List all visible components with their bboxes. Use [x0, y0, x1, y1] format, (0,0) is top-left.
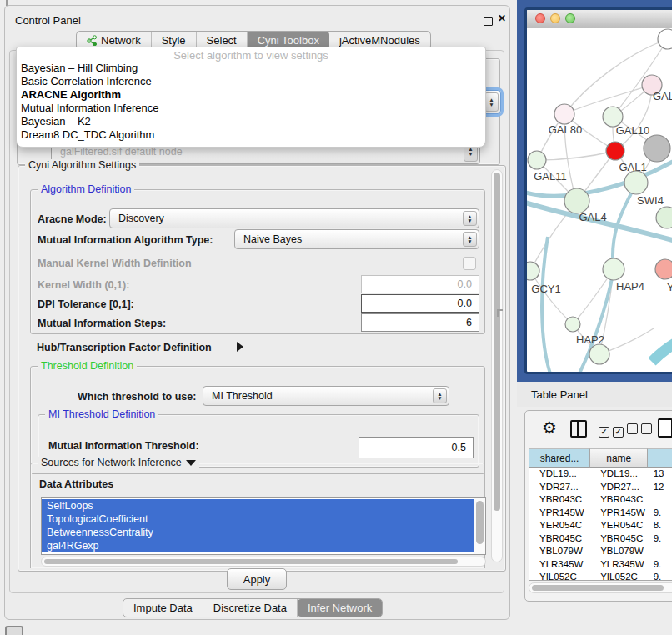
network-node[interactable] [624, 171, 648, 194]
combo-arrows-icon[interactable]: ▲▼ [433, 388, 447, 403]
mi-type-label: Mutual Information Algorithm Type: [38, 234, 213, 246]
table-row[interactable]: YER054CYER054C8. [529, 519, 672, 532]
hide-columns-icon[interactable] [627, 422, 655, 438]
table-cell: YDR27... [529, 481, 590, 494]
dropdown-item[interactable]: Dream8 DC_TDC Algorithm [17, 128, 485, 142]
network-node[interactable] [565, 317, 580, 332]
kernel-width-field[interactable]: 0.0 [361, 275, 479, 293]
network-node-label: GCY1 [531, 282, 560, 295]
node-table: shared...name YDL19...YDL19...13YDR27...… [529, 448, 672, 581]
network-node[interactable] [527, 262, 539, 280]
show-columns-icon[interactable]: ✓✓ [599, 422, 627, 438]
table-row[interactable]: YIL052CYIL052C9. [529, 571, 672, 581]
table-row[interactable]: YDR27...YDR27...12 [529, 481, 672, 494]
apply-button[interactable]: Apply [227, 568, 287, 590]
tab-infer-network[interactable]: Infer Network [298, 599, 382, 617]
network-node[interactable] [554, 104, 574, 124]
dropdown-item[interactable]: ARACNE Algorithm [17, 88, 485, 102]
dropdown-item[interactable]: Bayesian – Hill Climbing [17, 62, 485, 75]
table-cell: 9. [649, 532, 672, 546]
network-node[interactable] [528, 151, 546, 169]
mi-steps-field[interactable]: 6 [361, 313, 479, 332]
network-node[interactable] [606, 142, 624, 160]
control-panel-window: Control Panel ✕ Network Style Select [4, 5, 510, 620]
mi-threshold-label: Mutual Information Threshold: [48, 440, 199, 452]
table-column-header[interactable]: name [590, 448, 648, 468]
mi-steps-label: Mutual Information Steps: [38, 318, 166, 329]
gear-icon[interactable]: ⚙ [542, 418, 557, 438]
table-row[interactable]: YBL079WYBL079W [529, 545, 672, 558]
split-columns-icon[interactable] [570, 420, 587, 438]
tab-impute-data[interactable]: Impute Data [123, 599, 203, 617]
dropdown-placeholder: Select algorithm to view settings [17, 49, 485, 62]
attribute-list-item[interactable]: gal4RGexp [42, 539, 474, 552]
table-cell: 8. [649, 519, 672, 532]
network-window-titlebar[interactable] [527, 10, 672, 28]
close-traffic-light-icon[interactable] [535, 13, 545, 23]
network-node[interactable] [589, 344, 609, 364]
dropdown-item[interactable]: Basic Correlation Inference [17, 75, 485, 88]
table-row[interactable]: YPR145WYPR145W9. [529, 507, 672, 520]
table-column-header[interactable] [648, 448, 672, 468]
tab-impute-data-label: Impute Data [133, 602, 193, 614]
scrollbar-thumb[interactable] [532, 585, 664, 591]
dpi-tolerance-label: DPI Tolerance [0,1]: [38, 298, 134, 310]
combo-arrows-icon[interactable]: ▲▼ [463, 232, 477, 247]
minimized-panel-icon[interactable] [5, 626, 23, 635]
table-row[interactable]: YBR045CYBR045C9. [529, 532, 672, 546]
scrollbar-thumb[interactable] [476, 501, 484, 544]
mi-threshold-field[interactable]: 0.5 [359, 437, 474, 458]
zoom-traffic-light-icon[interactable] [565, 13, 575, 23]
network-node-label: SWI4 [637, 194, 664, 207]
network-node[interactable] [644, 135, 670, 162]
network-node[interactable] [655, 259, 672, 279]
table-cell: YDL19... [529, 468, 590, 481]
manual-kernel-checkbox[interactable] [463, 257, 476, 270]
attribute-list-item[interactable]: TopologicalCoefficient [42, 512, 474, 526]
attribute-list-item[interactable]: SelfLoops [42, 499, 474, 512]
table-cell: YLR345W [590, 558, 649, 572]
hub-definition-label[interactable]: Hub/Transcription Factor Definition [37, 342, 212, 353]
which-threshold-combo[interactable]: MI Threshold ▲▼ [203, 386, 449, 406]
tab-network-label: Network [101, 34, 141, 47]
combo-arrows-icon[interactable]: ▲▼ [463, 211, 477, 226]
table-cell: 9. [649, 558, 672, 572]
dpi-tolerance-field[interactable]: 0.0 [361, 294, 479, 312]
dropdown-item[interactable]: Bayesian – K2 [17, 115, 485, 128]
kernel-width-label: Kernel Width (0,1): [38, 279, 129, 291]
close-icon[interactable]: ✕ [498, 12, 506, 24]
network-node[interactable] [656, 207, 672, 228]
settings-vertical-scrollbar[interactable] [491, 169, 503, 562]
dropdown-item[interactable]: Mutual Information Inference [17, 102, 485, 115]
scrollbar-thumb[interactable] [494, 172, 500, 511]
mi-type-combo[interactable]: Naive Bayes ▲▼ [234, 229, 479, 249]
export-table-icon[interactable] [658, 418, 672, 438]
aracne-mode-combo[interactable]: Discovery ▲▼ [109, 208, 479, 228]
table-horizontal-scrollbar[interactable] [529, 582, 672, 593]
splitter-handle[interactable] [497, 309, 503, 317]
scrollbar-thumb[interactable] [44, 559, 458, 564]
float-window-icon[interactable] [484, 17, 493, 26]
sources-group-title-wrap[interactable]: Sources for Network Inference [38, 457, 199, 468]
attribute-list-item[interactable]: BetweennessCentrality [42, 526, 474, 539]
network-node[interactable] [603, 258, 624, 280]
table-row[interactable]: YDL19...YDL19...13 [529, 468, 672, 481]
attributes-horizontal-scrollbar[interactable] [41, 557, 486, 567]
table-row[interactable]: YBR043CYBR043C [529, 493, 672, 507]
algorithm-definition-title: Algorithm Definition [38, 183, 134, 195]
collapsed-arrow-icon[interactable] [237, 342, 243, 352]
network-node[interactable] [658, 29, 672, 49]
minimize-traffic-light-icon[interactable] [550, 13, 560, 23]
control-panel-title: Control Panel [15, 14, 81, 27]
tab-discretize-data[interactable]: Discretize Data [203, 599, 298, 617]
apply-button-label: Apply [243, 573, 271, 586]
algorithm-definition-group: Algorithm Definition Aracne Mode: Discov… [30, 189, 485, 334]
combo-arrows-icon[interactable]: ▲▼ [484, 92, 499, 112]
table-column-header[interactable]: shared... [529, 448, 590, 468]
attributes-vertical-scrollbar[interactable] [474, 498, 485, 554]
table-row[interactable]: YLR345WYLR345W9. [529, 558, 672, 572]
network-node[interactable] [564, 188, 589, 213]
network-graph[interactable]: GALGAL80GAL10GAL1GAL11SWI4GAL4GCY1HAP4YH… [527, 28, 672, 373]
manual-kernel-label: Manual Kernel Width Definition [38, 258, 192, 269]
mi-threshold-value: 0.5 [452, 442, 466, 453]
